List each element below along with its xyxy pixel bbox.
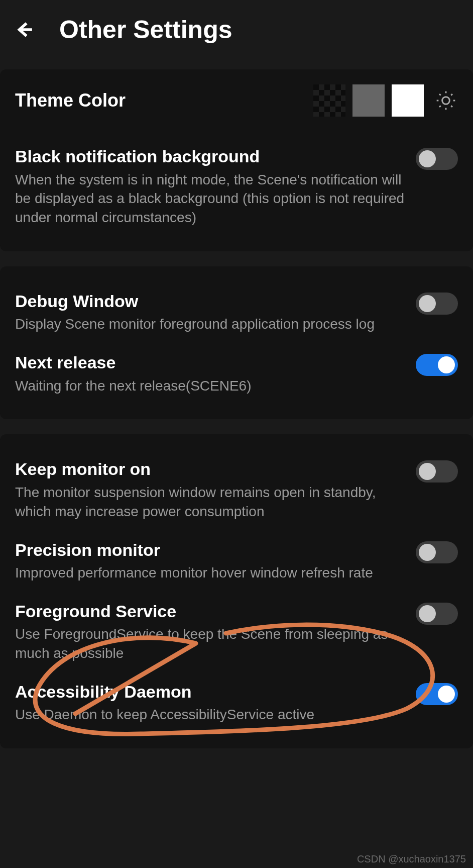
setting-text: Debug Window Display Scene monitor foreg… — [15, 291, 406, 334]
toggle-knob — [438, 356, 455, 373]
row-debug-window[interactable]: Debug Window Display Scene monitor foreg… — [15, 281, 458, 343]
svg-line-4 — [451, 106, 452, 107]
row-black-notif[interactable]: Black notification background When the s… — [15, 137, 458, 236]
setting-desc: Improved performance monitor hover windo… — [15, 563, 406, 583]
row-keep-monitor[interactable]: Keep monitor on The monitor suspension w… — [15, 449, 458, 530]
setting-desc: The monitor suspension window remains op… — [15, 483, 406, 521]
toggle-debug-window[interactable] — [416, 293, 458, 315]
toggle-knob — [419, 544, 436, 561]
setting-desc: Use ForegroundService to keep the Scene … — [15, 625, 406, 663]
row-next-release[interactable]: Next release Waiting for the next releas… — [15, 343, 458, 404]
setting-title: Accessibility Daemon — [15, 681, 406, 703]
setting-title: Black notification background — [15, 146, 406, 167]
setting-title: Next release — [15, 352, 406, 373]
toggle-next-release[interactable] — [416, 354, 458, 376]
setting-title: Keep monitor on — [15, 458, 406, 480]
toggle-black-notif[interactable] — [416, 148, 458, 170]
toggle-knob — [419, 150, 436, 167]
setting-text: Next release Waiting for the next releas… — [15, 352, 406, 395]
swatch-gray[interactable] — [352, 84, 385, 117]
setting-text: Foreground Service Use ForegroundService… — [15, 601, 406, 663]
svg-line-3 — [439, 94, 441, 95]
row-foreground-service[interactable]: Foreground Service Use ForegroundService… — [15, 592, 458, 672]
toggle-accessibility-daemon[interactable] — [416, 683, 458, 705]
swatch-transparent[interactable] — [313, 84, 345, 117]
toggle-knob — [419, 605, 436, 622]
toggle-knob — [438, 686, 455, 703]
toggle-knob — [419, 463, 436, 480]
svg-line-8 — [451, 94, 452, 95]
page-title: Other Settings — [59, 15, 232, 44]
panel-monitor: Keep monitor on The monitor suspension w… — [0, 434, 473, 748]
row-accessibility-daemon[interactable]: Accessibility Daemon Use Daemon to keep … — [15, 672, 458, 733]
setting-desc: Use Daemon to keep AccessibilityService … — [15, 705, 406, 724]
theme-color-row: Theme Color — [15, 84, 458, 137]
header: Other Settings — [0, 0, 473, 69]
row-precision-monitor[interactable]: Precision monitor Improved performance m… — [15, 530, 458, 592]
setting-text: Precision monitor Improved performance m… — [15, 539, 406, 583]
setting-text: Black notification background When the s… — [15, 146, 406, 227]
setting-desc: Waiting for the next release(SCENE6) — [15, 376, 406, 396]
toggle-knob — [419, 295, 436, 312]
setting-title: Debug Window — [15, 291, 406, 312]
svg-line-7 — [439, 106, 441, 107]
toggle-precision-monitor[interactable] — [416, 541, 458, 563]
setting-text: Accessibility Daemon Use Daemon to keep … — [15, 681, 406, 724]
panel-theme: Theme Color Black notification backgroun… — [0, 69, 473, 251]
setting-text: Keep monitor on The monitor suspension w… — [15, 458, 406, 521]
toggle-keep-monitor[interactable] — [416, 460, 458, 483]
toggle-foreground-service[interactable] — [416, 603, 458, 625]
theme-color-label: Theme Color — [15, 90, 126, 111]
swatch-white[interactable] — [392, 84, 424, 117]
theme-swatches — [313, 84, 458, 117]
setting-title: Foreground Service — [15, 601, 406, 622]
setting-title: Precision monitor — [15, 539, 406, 561]
setting-desc: Display Scene monitor foreground applica… — [15, 315, 406, 334]
panel-debug: Debug Window Display Scene monitor foreg… — [0, 266, 473, 420]
brightness-icon[interactable] — [434, 88, 458, 113]
watermark: CSDN @xuchaoxin1375 — [357, 853, 466, 865]
setting-desc: When the system is in night mode, the Sc… — [15, 170, 406, 227]
back-arrow-icon[interactable] — [14, 20, 34, 40]
svg-point-0 — [442, 97, 450, 105]
